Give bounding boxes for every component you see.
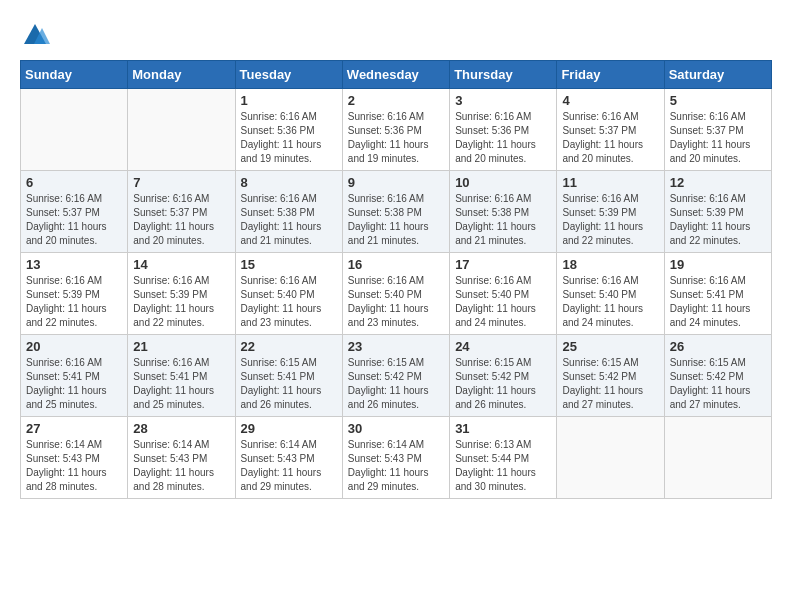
day-info: Sunrise: 6:16 AM Sunset: 5:40 PM Dayligh… — [455, 274, 551, 330]
day-info: Sunrise: 6:16 AM Sunset: 5:39 PM Dayligh… — [26, 274, 122, 330]
day-number: 11 — [562, 175, 658, 190]
calendar-cell: 21Sunrise: 6:16 AM Sunset: 5:41 PM Dayli… — [128, 335, 235, 417]
calendar-cell: 6Sunrise: 6:16 AM Sunset: 5:37 PM Daylig… — [21, 171, 128, 253]
day-info: Sunrise: 6:16 AM Sunset: 5:37 PM Dayligh… — [133, 192, 229, 248]
day-info: Sunrise: 6:16 AM Sunset: 5:37 PM Dayligh… — [562, 110, 658, 166]
calendar-week-row: 20Sunrise: 6:16 AM Sunset: 5:41 PM Dayli… — [21, 335, 772, 417]
calendar-cell: 13Sunrise: 6:16 AM Sunset: 5:39 PM Dayli… — [21, 253, 128, 335]
day-info: Sunrise: 6:16 AM Sunset: 5:41 PM Dayligh… — [133, 356, 229, 412]
calendar-cell: 11Sunrise: 6:16 AM Sunset: 5:39 PM Dayli… — [557, 171, 664, 253]
day-info: Sunrise: 6:16 AM Sunset: 5:36 PM Dayligh… — [241, 110, 337, 166]
day-info: Sunrise: 6:16 AM Sunset: 5:37 PM Dayligh… — [26, 192, 122, 248]
calendar-cell: 18Sunrise: 6:16 AM Sunset: 5:40 PM Dayli… — [557, 253, 664, 335]
calendar-cell: 10Sunrise: 6:16 AM Sunset: 5:38 PM Dayli… — [450, 171, 557, 253]
calendar-cell: 25Sunrise: 6:15 AM Sunset: 5:42 PM Dayli… — [557, 335, 664, 417]
day-info: Sunrise: 6:14 AM Sunset: 5:43 PM Dayligh… — [133, 438, 229, 494]
header-monday: Monday — [128, 61, 235, 89]
day-info: Sunrise: 6:14 AM Sunset: 5:43 PM Dayligh… — [26, 438, 122, 494]
header-wednesday: Wednesday — [342, 61, 449, 89]
day-info: Sunrise: 6:16 AM Sunset: 5:39 PM Dayligh… — [670, 192, 766, 248]
day-info: Sunrise: 6:15 AM Sunset: 5:42 PM Dayligh… — [348, 356, 444, 412]
logo — [20, 20, 54, 50]
calendar-cell: 2Sunrise: 6:16 AM Sunset: 5:36 PM Daylig… — [342, 89, 449, 171]
day-info: Sunrise: 6:16 AM Sunset: 5:36 PM Dayligh… — [455, 110, 551, 166]
day-number: 18 — [562, 257, 658, 272]
calendar-cell: 8Sunrise: 6:16 AM Sunset: 5:38 PM Daylig… — [235, 171, 342, 253]
calendar-week-row: 27Sunrise: 6:14 AM Sunset: 5:43 PM Dayli… — [21, 417, 772, 499]
day-info: Sunrise: 6:16 AM Sunset: 5:41 PM Dayligh… — [670, 274, 766, 330]
day-info: Sunrise: 6:15 AM Sunset: 5:42 PM Dayligh… — [455, 356, 551, 412]
logo-icon — [20, 20, 50, 50]
calendar-cell — [128, 89, 235, 171]
day-number: 29 — [241, 421, 337, 436]
calendar-week-row: 1Sunrise: 6:16 AM Sunset: 5:36 PM Daylig… — [21, 89, 772, 171]
day-number: 20 — [26, 339, 122, 354]
day-info: Sunrise: 6:16 AM Sunset: 5:40 PM Dayligh… — [241, 274, 337, 330]
day-number: 28 — [133, 421, 229, 436]
calendar-cell: 26Sunrise: 6:15 AM Sunset: 5:42 PM Dayli… — [664, 335, 771, 417]
day-number: 2 — [348, 93, 444, 108]
day-number: 25 — [562, 339, 658, 354]
calendar-cell: 14Sunrise: 6:16 AM Sunset: 5:39 PM Dayli… — [128, 253, 235, 335]
day-number: 30 — [348, 421, 444, 436]
calendar-week-row: 13Sunrise: 6:16 AM Sunset: 5:39 PM Dayli… — [21, 253, 772, 335]
header-tuesday: Tuesday — [235, 61, 342, 89]
day-info: Sunrise: 6:15 AM Sunset: 5:42 PM Dayligh… — [562, 356, 658, 412]
calendar-cell: 4Sunrise: 6:16 AM Sunset: 5:37 PM Daylig… — [557, 89, 664, 171]
day-info: Sunrise: 6:16 AM Sunset: 5:38 PM Dayligh… — [455, 192, 551, 248]
day-number: 14 — [133, 257, 229, 272]
calendar-cell — [21, 89, 128, 171]
calendar-cell: 29Sunrise: 6:14 AM Sunset: 5:43 PM Dayli… — [235, 417, 342, 499]
day-info: Sunrise: 6:16 AM Sunset: 5:40 PM Dayligh… — [348, 274, 444, 330]
day-number: 23 — [348, 339, 444, 354]
calendar-header-row: SundayMondayTuesdayWednesdayThursdayFrid… — [21, 61, 772, 89]
header-friday: Friday — [557, 61, 664, 89]
calendar-week-row: 6Sunrise: 6:16 AM Sunset: 5:37 PM Daylig… — [21, 171, 772, 253]
calendar-cell: 7Sunrise: 6:16 AM Sunset: 5:37 PM Daylig… — [128, 171, 235, 253]
day-number: 9 — [348, 175, 444, 190]
day-number: 31 — [455, 421, 551, 436]
calendar-cell: 20Sunrise: 6:16 AM Sunset: 5:41 PM Dayli… — [21, 335, 128, 417]
day-number: 10 — [455, 175, 551, 190]
day-info: Sunrise: 6:16 AM Sunset: 5:37 PM Dayligh… — [670, 110, 766, 166]
calendar-cell: 30Sunrise: 6:14 AM Sunset: 5:43 PM Dayli… — [342, 417, 449, 499]
day-number: 3 — [455, 93, 551, 108]
calendar-cell — [557, 417, 664, 499]
day-info: Sunrise: 6:16 AM Sunset: 5:39 PM Dayligh… — [133, 274, 229, 330]
day-number: 7 — [133, 175, 229, 190]
day-number: 4 — [562, 93, 658, 108]
calendar-cell: 19Sunrise: 6:16 AM Sunset: 5:41 PM Dayli… — [664, 253, 771, 335]
calendar-cell — [664, 417, 771, 499]
calendar-cell: 16Sunrise: 6:16 AM Sunset: 5:40 PM Dayli… — [342, 253, 449, 335]
day-number: 16 — [348, 257, 444, 272]
calendar: SundayMondayTuesdayWednesdayThursdayFrid… — [20, 60, 772, 499]
day-number: 12 — [670, 175, 766, 190]
calendar-cell: 22Sunrise: 6:15 AM Sunset: 5:41 PM Dayli… — [235, 335, 342, 417]
day-number: 21 — [133, 339, 229, 354]
calendar-cell: 27Sunrise: 6:14 AM Sunset: 5:43 PM Dayli… — [21, 417, 128, 499]
calendar-cell: 17Sunrise: 6:16 AM Sunset: 5:40 PM Dayli… — [450, 253, 557, 335]
day-info: Sunrise: 6:16 AM Sunset: 5:38 PM Dayligh… — [241, 192, 337, 248]
header-saturday: Saturday — [664, 61, 771, 89]
header-thursday: Thursday — [450, 61, 557, 89]
calendar-cell: 12Sunrise: 6:16 AM Sunset: 5:39 PM Dayli… — [664, 171, 771, 253]
day-number: 8 — [241, 175, 337, 190]
day-number: 17 — [455, 257, 551, 272]
day-info: Sunrise: 6:16 AM Sunset: 5:40 PM Dayligh… — [562, 274, 658, 330]
day-number: 22 — [241, 339, 337, 354]
day-info: Sunrise: 6:16 AM Sunset: 5:41 PM Dayligh… — [26, 356, 122, 412]
calendar-cell: 31Sunrise: 6:13 AM Sunset: 5:44 PM Dayli… — [450, 417, 557, 499]
calendar-cell: 23Sunrise: 6:15 AM Sunset: 5:42 PM Dayli… — [342, 335, 449, 417]
day-number: 24 — [455, 339, 551, 354]
day-number: 5 — [670, 93, 766, 108]
day-info: Sunrise: 6:16 AM Sunset: 5:36 PM Dayligh… — [348, 110, 444, 166]
day-info: Sunrise: 6:15 AM Sunset: 5:42 PM Dayligh… — [670, 356, 766, 412]
day-number: 6 — [26, 175, 122, 190]
calendar-cell: 28Sunrise: 6:14 AM Sunset: 5:43 PM Dayli… — [128, 417, 235, 499]
calendar-cell: 9Sunrise: 6:16 AM Sunset: 5:38 PM Daylig… — [342, 171, 449, 253]
calendar-cell: 15Sunrise: 6:16 AM Sunset: 5:40 PM Dayli… — [235, 253, 342, 335]
calendar-cell: 5Sunrise: 6:16 AM Sunset: 5:37 PM Daylig… — [664, 89, 771, 171]
day-info: Sunrise: 6:13 AM Sunset: 5:44 PM Dayligh… — [455, 438, 551, 494]
calendar-cell: 24Sunrise: 6:15 AM Sunset: 5:42 PM Dayli… — [450, 335, 557, 417]
day-number: 15 — [241, 257, 337, 272]
